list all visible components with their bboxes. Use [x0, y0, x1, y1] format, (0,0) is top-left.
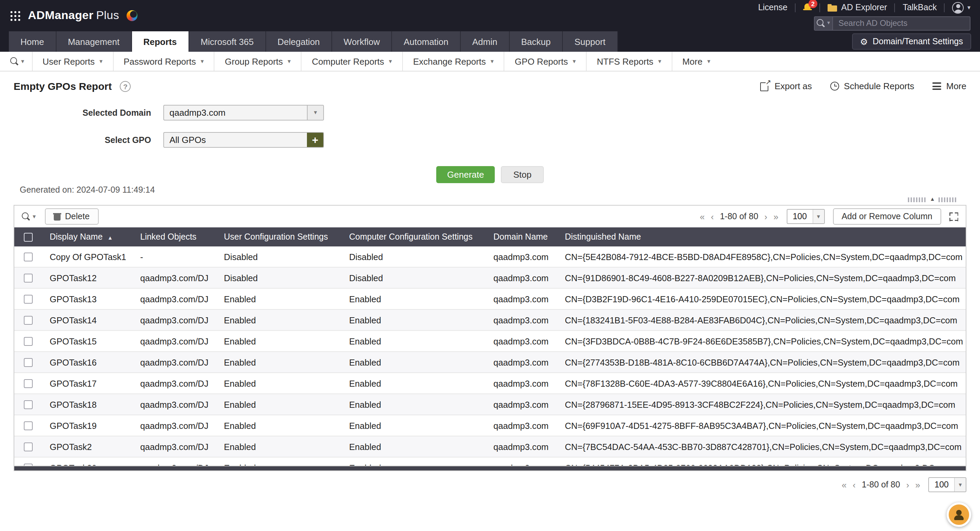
last-page-button[interactable]: »	[915, 480, 920, 489]
select-all-checkbox[interactable]	[24, 233, 32, 241]
table-row[interactable]: GPOTask13 qaadmp3.com/DJ Enabled Enabled…	[14, 289, 966, 310]
row-checkbox[interactable]	[24, 442, 32, 451]
row-checkbox-cell	[14, 252, 41, 261]
cell-display-name: GPOTask12	[41, 273, 132, 283]
tab-backup[interactable]: Backup	[510, 31, 563, 52]
prev-page-button[interactable]: ‹	[711, 212, 714, 221]
table-row[interactable]: GPOTask16 qaadmp3.com/DJ Enabled Enabled…	[14, 352, 966, 373]
row-checkbox[interactable]	[24, 273, 32, 282]
delete-button[interactable]: Delete	[45, 208, 98, 225]
page-size-select[interactable]: 100 ▾	[928, 477, 966, 492]
column-distinguished-name[interactable]: Distinguished Name	[557, 232, 966, 242]
cell-user-config: Enabled	[216, 378, 341, 388]
column-user-config[interactable]: User Configuration Settings	[216, 232, 341, 242]
row-checkbox[interactable]	[24, 252, 32, 261]
table-row[interactable]: Copy Of GPOTask1 - Disabled Disabled qaa…	[14, 246, 966, 268]
tab-microsoft-365[interactable]: Microsoft 365	[189, 31, 266, 52]
chevron-down-icon: ▾	[99, 58, 102, 64]
tab-management[interactable]: Management	[56, 31, 132, 52]
row-checkbox[interactable]	[24, 358, 32, 367]
reportnav-exchange-reports[interactable]: Exchange Reports▾	[402, 52, 504, 71]
talkback-link[interactable]: TalkBack	[903, 3, 937, 12]
expand-icon[interactable]	[950, 212, 958, 221]
table-row[interactable]: GPOTask17 qaadmp3.com/DJ Enabled Enabled…	[14, 373, 966, 394]
search-scope-button[interactable]: ▾	[815, 17, 833, 30]
domain-tenant-settings-button[interactable]: ⚙ Domain/Tenant Settings	[852, 33, 971, 50]
collapse-toolbar-handle[interactable]: ▲	[908, 197, 957, 202]
export-as-button[interactable]: Export as	[760, 81, 812, 91]
chevron-down-icon: ▾	[491, 58, 494, 64]
chevron-down-icon: ▾	[389, 58, 392, 64]
report-search-button[interactable]: ▾	[3, 52, 32, 71]
reportnav-password-reports[interactable]: Password Reports▾	[113, 52, 214, 71]
cell-domain-name: qaadmp3.com	[485, 442, 557, 452]
more-actions-button[interactable]: More	[933, 81, 966, 91]
brand-secondary: Plus	[96, 9, 119, 22]
select-gpo-field[interactable]: All GPOs +	[163, 132, 324, 148]
page-size-select[interactable]: 100 ▾	[786, 209, 824, 224]
reportnav-gpo-reports[interactable]: GPO Reports▾	[504, 52, 586, 71]
reportnav-label: Group Reports	[225, 56, 283, 66]
row-checkbox[interactable]	[24, 295, 32, 303]
stop-button[interactable]: Stop	[501, 166, 544, 183]
tab-delegation[interactable]: Delegation	[266, 31, 332, 52]
column-computer-config[interactable]: Computer Configuration Settings	[341, 232, 485, 242]
next-page-button[interactable]: ›	[764, 212, 767, 221]
license-link[interactable]: License	[758, 3, 788, 12]
support-chat-button[interactable]	[947, 502, 971, 527]
reportnav-computer-reports[interactable]: Computer Reports▾	[301, 52, 402, 71]
search-input[interactable]	[833, 17, 970, 30]
row-checkbox[interactable]	[24, 379, 32, 388]
column-domain-name[interactable]: Domain Name	[485, 232, 557, 242]
notifications-button[interactable]: 2	[803, 3, 812, 11]
cell-linked-objects: qaadmp3.com/DJ	[132, 462, 216, 466]
prev-page-button[interactable]: ‹	[853, 480, 856, 489]
help-icon[interactable]: ?	[120, 81, 130, 92]
table-row[interactable]: GPOTask15 qaadmp3.com/DJ Enabled Enabled…	[14, 331, 966, 352]
cell-display-name: GPOTask14	[41, 315, 132, 325]
tab-admin[interactable]: Admin	[461, 31, 510, 52]
user-menu[interactable]: ▾	[953, 2, 970, 13]
selected-domain-select[interactable]: qaadmp3.com ▾	[163, 105, 324, 121]
reportnav-more[interactable]: More▾	[671, 52, 721, 71]
user-avatar-icon	[953, 2, 964, 13]
first-page-button[interactable]: «	[700, 212, 705, 221]
schedule-reports-button[interactable]: Schedule Reports	[830, 81, 914, 91]
last-page-button[interactable]: »	[773, 212, 778, 221]
tab-home[interactable]: Home	[9, 31, 56, 52]
tab-support[interactable]: Support	[563, 31, 617, 52]
table-row[interactable]: GPOTask19 qaadmp3.com/DJ Enabled Enabled…	[14, 415, 966, 436]
first-page-button[interactable]: «	[842, 480, 846, 489]
table-header: Display Name▲ Linked Objects User Config…	[14, 227, 966, 246]
apps-grid-icon[interactable]	[10, 10, 21, 21]
column-label: Display Name	[50, 232, 103, 242]
table-row[interactable]: GPOTask20 qaadmp3.com/DJ Enabled Enabled…	[14, 458, 966, 466]
row-checkbox[interactable]	[24, 400, 32, 409]
table-row[interactable]: GPOTask12 qaadmp3.com/DJ Disabled Disabl…	[14, 268, 966, 289]
add-gpo-button[interactable]: +	[307, 133, 323, 147]
row-checkbox[interactable]	[24, 463, 32, 466]
column-linked-objects[interactable]: Linked Objects	[132, 232, 216, 242]
ad-explorer-link[interactable]: AD Explorer	[827, 3, 887, 12]
next-page-button[interactable]: ›	[906, 480, 909, 489]
reportnav-group-reports[interactable]: Group Reports▾	[214, 52, 301, 71]
tab-workflow[interactable]: Workflow	[332, 31, 392, 52]
column-display-name[interactable]: Display Name▲	[41, 232, 132, 242]
tab-reports[interactable]: Reports	[132, 31, 189, 52]
add-remove-column-button[interactable]: Add or Remove Column	[833, 208, 941, 225]
row-checkbox[interactable]	[24, 336, 32, 346]
cell-linked-objects: qaadmp3.com/DJ	[132, 315, 216, 325]
table-scrollbar[interactable]	[14, 466, 966, 470]
column-search-button[interactable]: ▾	[22, 212, 36, 221]
reportnav-user-reports[interactable]: User Reports▾	[32, 52, 113, 71]
row-checkbox[interactable]	[24, 421, 32, 430]
chevron-down-icon[interactable]: ▾	[307, 105, 323, 120]
row-checkbox[interactable]	[24, 316, 32, 324]
reportnav-ntfs-reports[interactable]: NTFS Reports▾	[586, 52, 671, 71]
table-row[interactable]: GPOTask14 qaadmp3.com/DJ Enabled Enabled…	[14, 310, 966, 331]
table-row[interactable]: GPOTask18 qaadmp3.com/DJ Enabled Enabled…	[14, 394, 966, 415]
export-as-label: Export as	[775, 81, 812, 91]
tab-automation[interactable]: Automation	[392, 31, 461, 52]
table-row[interactable]: GPOTask2 qaadmp3.com/DJ Enabled Enabled …	[14, 436, 966, 458]
generate-button[interactable]: Generate	[436, 166, 495, 183]
